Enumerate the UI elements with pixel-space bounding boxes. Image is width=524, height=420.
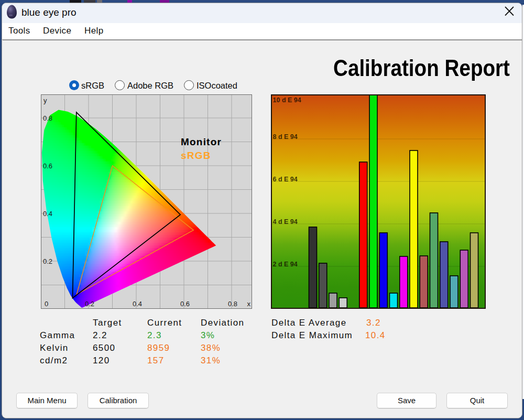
svg-text:6 d E 94: 6 d E 94 (273, 176, 298, 183)
svg-text:0.2: 0.2 (85, 300, 94, 308)
svg-text:x: x (247, 300, 251, 308)
svg-text:2 d E 94: 2 d E 94 (273, 261, 298, 268)
svg-text:0.2: 0.2 (43, 257, 52, 265)
svg-text:0.4: 0.4 (133, 300, 142, 308)
svg-text:0.4: 0.4 (43, 210, 52, 218)
svg-text:0.8: 0.8 (43, 114, 52, 122)
svg-text:10 d E 94: 10 d E 94 (273, 96, 301, 104)
svg-text:8 d E 94: 8 d E 94 (273, 133, 298, 141)
svg-text:0: 0 (45, 300, 48, 308)
svg-text:y: y (43, 96, 47, 104)
svg-text:0.6: 0.6 (43, 162, 52, 170)
svg-text:0.8: 0.8 (228, 300, 237, 308)
svg-text:0.6: 0.6 (180, 300, 190, 308)
svg-text:4 d E 94: 4 d E 94 (273, 218, 298, 225)
svg-text:sRGB: sRGB (181, 150, 211, 161)
svg-text:Monitor: Monitor (181, 136, 222, 147)
